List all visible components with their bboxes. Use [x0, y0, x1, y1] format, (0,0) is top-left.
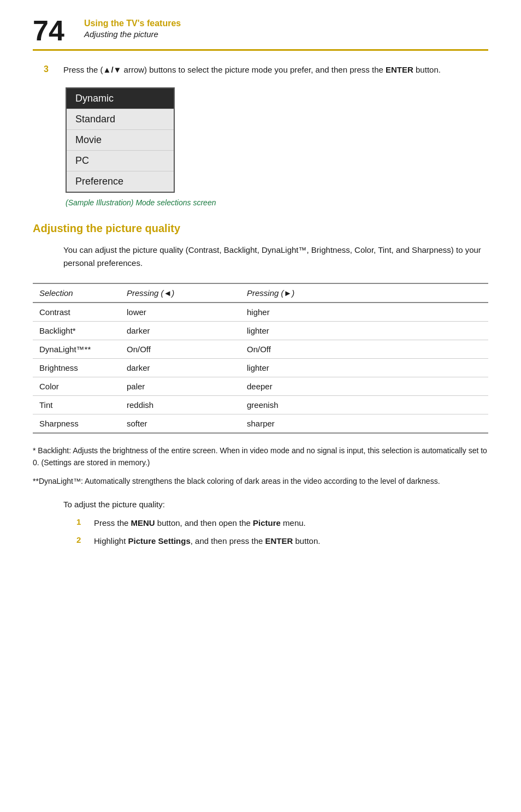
- page-number: 74: [33, 16, 71, 45]
- page: 74 Using the TV's features Adjusting the…: [0, 0, 521, 812]
- cell-pressing-right: higher: [240, 303, 488, 322]
- menu-label: MENU: [131, 518, 155, 527]
- section-description: You can adjust the picture quality (Cont…: [33, 244, 488, 270]
- cell-selection: Color: [33, 377, 120, 395]
- table-body: ContrastlowerhigherBacklight*darkerlight…: [33, 303, 488, 433]
- cell-selection: Brightness: [33, 358, 120, 377]
- cell-pressing-right: greenish: [240, 395, 488, 414]
- table-row: Brightnessdarkerlighter: [33, 358, 488, 377]
- menu-item-preference: Preference: [67, 171, 174, 192]
- cell-pressing-left: paler: [120, 377, 240, 395]
- instruction-step-2-number: 2: [76, 535, 90, 544]
- cell-pressing-left: On/Off: [120, 340, 240, 358]
- menu-item-dynamic: Dynamic: [67, 88, 174, 109]
- footnotes: * Backlight: Adjusts the brightness of t…: [33, 444, 488, 488]
- cell-selection: DynaLight™**: [33, 340, 120, 358]
- table-row: Tintreddishgreenish: [33, 395, 488, 414]
- quality-table: Selection Pressing (◄) Pressing (►) Cont…: [33, 283, 488, 434]
- cell-selection: Contrast: [33, 303, 120, 322]
- header-text: Using the TV's features Adjusting the pi…: [84, 16, 181, 39]
- footnote-2: **DynaLight™: Automatically strengthens …: [33, 475, 488, 487]
- picture-settings-label: Picture Settings: [128, 536, 191, 546]
- arrow-symbol: ▲/▼: [103, 65, 122, 74]
- cell-pressing-right: sharper: [240, 414, 488, 433]
- cell-selection: Tint: [33, 395, 120, 414]
- step-3-text: Press the (▲/▼ arrow) buttons to select …: [63, 64, 441, 76]
- illustration-caption: (Sample Illustration) Mode selections sc…: [66, 198, 488, 207]
- table-row: Colorpalerdeeper: [33, 377, 488, 395]
- cell-pressing-right: deeper: [240, 377, 488, 395]
- menu-illustration: Dynamic Standard Movie PC Preference: [66, 87, 175, 193]
- menu-item-movie: Movie: [67, 130, 174, 151]
- instruction-step-1-number: 1: [76, 517, 90, 526]
- cell-pressing-left: darker: [120, 358, 240, 377]
- chapter-subtitle: Adjusting the picture: [84, 29, 181, 39]
- table-header: Selection Pressing (◄) Pressing (►): [33, 283, 488, 303]
- col-header-selection: Selection: [33, 283, 120, 303]
- menu-item-pc: PC: [67, 151, 174, 171]
- picture-label: Picture: [253, 518, 281, 527]
- table-row: DynaLight™**On/OffOn/Off: [33, 340, 488, 358]
- steps-list: 1 Press the MENU button, and then open t…: [33, 517, 488, 547]
- chapter-title: Using the TV's features: [84, 19, 181, 28]
- enter-label: ENTER: [386, 65, 413, 74]
- cell-pressing-left: lower: [120, 303, 240, 322]
- page-header: 74 Using the TV's features Adjusting the…: [33, 16, 488, 51]
- content: 3 Press the (▲/▼ arrow) buttons to selec…: [33, 64, 488, 547]
- menu-item-standard: Standard: [67, 109, 174, 130]
- instruction-step-2: 2 Highlight Picture Settings, and then p…: [76, 535, 488, 548]
- cell-pressing-left: darker: [120, 321, 240, 340]
- step-3-block: 3 Press the (▲/▼ arrow) buttons to selec…: [33, 64, 488, 76]
- cell-pressing-left: softer: [120, 414, 240, 433]
- enter-button-label: ENTER: [265, 536, 293, 546]
- instruction-step-1: 1 Press the MENU button, and then open t…: [76, 517, 488, 530]
- cell-selection: Sharpness: [33, 414, 120, 433]
- cell-pressing-left: reddish: [120, 395, 240, 414]
- section-heading: Adjusting the picture quality: [33, 222, 488, 235]
- table-row: Sharpnesssoftersharper: [33, 414, 488, 433]
- col-header-pressing-left: Pressing (◄): [120, 283, 240, 303]
- table-row: Backlight*darkerlighter: [33, 321, 488, 340]
- instruction-step-1-text: Press the MENU button, and then open the…: [94, 517, 306, 530]
- instruction-step-2-text: Highlight Picture Settings, and then pre…: [94, 535, 320, 548]
- footnote-1: * Backlight: Adjusts the brightness of t…: [33, 444, 488, 469]
- cell-pressing-right: lighter: [240, 358, 488, 377]
- instruction-intro: To adjust the picture quality:: [33, 499, 488, 511]
- cell-selection: Backlight*: [33, 321, 120, 340]
- cell-pressing-right: On/Off: [240, 340, 488, 358]
- cell-pressing-right: lighter: [240, 321, 488, 340]
- table-row: Contrastlowerhigher: [33, 303, 488, 322]
- col-header-pressing-right: Pressing (►): [240, 283, 488, 303]
- step-3-number: 3: [44, 64, 59, 74]
